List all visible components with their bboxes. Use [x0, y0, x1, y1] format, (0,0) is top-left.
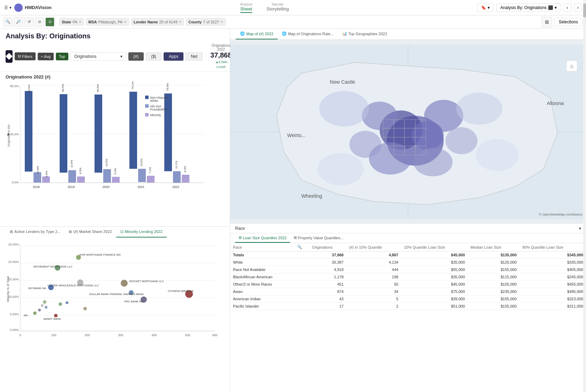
tab-active-lenders-label: Active Lenders by Type 2...	[14, 229, 60, 234]
map-container[interactable]: New Castle Weirto... Wheeling Altoona ⌂ …	[230, 40, 586, 224]
reset-icon[interactable]: ↺	[24, 17, 33, 27]
county-filter-chip[interactable]: County 7 of 3227 ×	[186, 18, 225, 25]
zoom-in-icon[interactable]: 🔍	[3, 17, 13, 27]
table-row: American Indian 43 5 $39,000 $155,000 $3…	[230, 295, 586, 303]
metric-dropdown[interactable]: Originations ▾	[70, 52, 126, 61]
tab-map-rate[interactable]: 🌐 Map of Originations Rate...	[278, 29, 338, 39]
scatter-chart-svg: 25.00% 20.00% 15.00% 10.00% 5.00% 0.00% …	[6, 240, 222, 338]
map-section: 🌐 Map of (#) 2022 🌐 Map of Originations …	[230, 29, 586, 224]
county-clear-icon[interactable]: ×	[220, 19, 223, 24]
svg-rect-41	[182, 175, 189, 183]
cell-q10size: $51,000	[401, 303, 468, 310]
svg-text:© OpenStreetMap contributors: © OpenStreetMap contributors	[539, 213, 583, 216]
hash-button[interactable]: (#)	[128, 52, 144, 61]
tab-property-value[interactable]: ⊞ Property Value Quantiles...	[290, 233, 347, 243]
nav-right: 🔖 ▾ Analysis By: Originations ⬛ ▾ ‹ ›	[477, 3, 582, 12]
lender-filter-chip[interactable]: Lender Name 20 of 6149 ×	[131, 18, 184, 25]
cell-median: $155,000	[468, 303, 519, 310]
svg-point-101	[83, 307, 87, 310]
svg-text:Altoona: Altoona	[547, 101, 564, 106]
zoom-out-icon[interactable]: 🔎	[14, 17, 23, 27]
table-row: Totals 37,868 4,867 $45,000 $135,000 $34…	[230, 251, 586, 259]
avg-button[interactable]: ≈ Avg	[38, 53, 54, 60]
top-label: Top	[59, 54, 65, 59]
cell-q10count: 50	[346, 281, 401, 288]
bookmark-button[interactable]: 🔖 ▾	[477, 3, 494, 12]
cell-q10size: $55,000	[401, 266, 468, 273]
toolbar: ⊟ Filters ≈ Avg Top Originations ▾ (#) (…	[0, 42, 230, 71]
net-button[interactable]: Net	[186, 52, 203, 61]
svg-text:100: 100	[51, 333, 56, 337]
col-median: Median Loan Size	[468, 243, 519, 251]
cell-empty	[294, 266, 309, 273]
svg-text:13.6%: 13.6%	[140, 158, 143, 166]
cell-race: Black/African American	[230, 273, 294, 281]
msa-filter-chip[interactable]: MSA Pittsburgh, PA ×	[86, 18, 129, 25]
grid-icon[interactable]: ⊞	[542, 17, 552, 27]
tab-minority-lending[interactable]: ⊡ Minority Lending 2022	[116, 227, 167, 238]
hamburger-menu[interactable]: ☰ ▾	[4, 5, 12, 10]
filter-icon: ⊟	[18, 54, 21, 59]
top-button[interactable]: Top	[56, 53, 68, 60]
tab-top-geo[interactable]: 📊 Top Geographies 2022	[338, 29, 391, 39]
svg-text:2019: 2019	[68, 185, 75, 189]
state-clear-icon[interactable]: ×	[79, 19, 82, 24]
state-filter-chip[interactable]: State PA ×	[59, 18, 84, 25]
col-q90: 90% Quantile Loan Size	[519, 243, 586, 251]
svg-rect-18	[68, 170, 76, 183]
svg-text:NVR MORTGAGE FINANCE INC: NVR MORTGAGE FINANCE INC	[80, 253, 121, 256]
top-geo-label: Top Geographies 2022	[348, 32, 387, 36]
dropdown-icon2: ▾	[555, 5, 557, 10]
col-race: Race	[230, 243, 294, 251]
col-q10-count: (#) in 10% Quantile	[346, 243, 401, 251]
tab-map-hash[interactable]: 🌐 Map of (#) 2022	[236, 29, 278, 39]
svg-text:12.9%: 12.9%	[70, 160, 73, 168]
loan-size-table: Race 🔍 Originations (#) in 10% Quantile …	[230, 243, 586, 310]
analysis-by-button[interactable]: Analysis By: Originations ⬛ ▾	[496, 3, 561, 12]
main-layout: Analysis By: Originations ⊟ Filters ≈ Av…	[0, 29, 586, 392]
filter-bar: 🔍 🔎 ↺ ⊙ ⊙ State PA × MSA Pittsburgh, PA …	[0, 15, 586, 29]
lasso-icon[interactable]: ⊙	[35, 17, 44, 27]
map-svg: New Castle Weirto... Wheeling Altoona ⌂ …	[230, 40, 586, 224]
loan-size-label: Loan Size Quantiles 2022	[243, 236, 287, 240]
app-logo: HMDAVision	[14, 3, 52, 12]
map-hash-label: Map of (#) 2022	[246, 32, 273, 36]
apps-button[interactable]: Apps	[164, 52, 183, 61]
svg-point-115	[445, 127, 478, 154]
tab-narrate[interactable]: Narrate Storytelling	[266, 2, 289, 13]
active-filter-icon[interactable]: ⊙	[45, 17, 54, 27]
dollar-button[interactable]: ($)	[146, 52, 161, 61]
prev-arrow-button[interactable]: ‹	[563, 3, 571, 12]
cell-q10size: $39,000	[401, 295, 468, 303]
filters-button[interactable]: ⊟ Filters	[15, 52, 36, 60]
next-arrow-button[interactable]: ›	[574, 3, 582, 12]
tab-active-lenders[interactable]: ⊞ Active Lenders by Type 2...	[6, 227, 65, 238]
cell-q10size: $45,000	[401, 281, 468, 288]
filter-icon-group: 🔍 🔎 ↺ ⊙ ⊙	[3, 17, 54, 27]
race-dropdown[interactable]: Race ▾	[230, 224, 586, 233]
msa-label: MSA	[88, 20, 97, 24]
svg-rect-20	[77, 176, 85, 183]
page-title: Analysis By: Originations	[0, 29, 230, 42]
svg-text:2021: 2021	[137, 185, 144, 189]
msa-clear-icon[interactable]: ×	[124, 19, 127, 24]
col-q10-size: 10% Quantile Loan Size	[401, 243, 468, 251]
selections-button[interactable]: Selections	[554, 18, 583, 26]
map-rate-label: Map of Originations Rate...	[288, 32, 334, 36]
cell-q10size: $45,000	[401, 251, 468, 259]
tab-loan-size[interactable]: ⊞ Loan Size Quantiles 2022	[235, 233, 290, 243]
tab-market-share[interactable]: ⊞ (#) Market Share 2022	[65, 227, 116, 238]
app-name: HMDAVision	[25, 5, 52, 10]
svg-text:UNITED WHOLESALE MORTGAGE LLC: UNITED WHOLESALE MORTGAGE LLC	[47, 284, 99, 287]
state-value: PA	[73, 20, 77, 24]
svg-text:6.0%: 6.0%	[114, 168, 117, 174]
scrollbar[interactable]	[583, 29, 586, 392]
cell-median: $235,000	[468, 288, 519, 295]
col-search[interactable]: 🔍	[294, 243, 309, 251]
lender-clear-icon[interactable]: ×	[179, 19, 182, 24]
map-tabs: 🌐 Map of (#) 2022 🌐 Map of Originations …	[230, 29, 586, 40]
svg-text:2020: 2020	[103, 185, 110, 189]
dots-icon: ⊡	[120, 229, 123, 234]
tab-analyze[interactable]: Analyze Sheet	[240, 2, 253, 13]
svg-text:82.6%: 82.6%	[28, 85, 31, 93]
